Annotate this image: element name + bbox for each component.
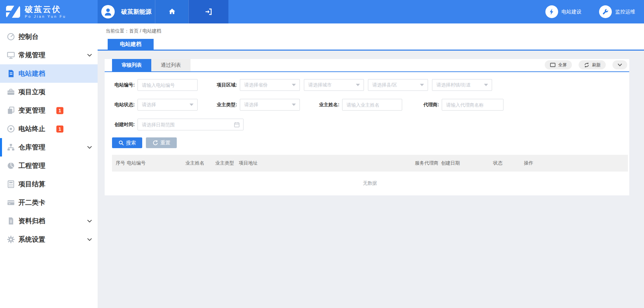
- sidebar-item-label: 仓库管理: [18, 143, 45, 152]
- station-status-select[interactable]: 请选择: [138, 99, 198, 111]
- brand-logo-area: 破茧云伏 Po Jian Yun Fu: [0, 0, 98, 23]
- lightning-icon: [545, 5, 558, 18]
- city-select[interactable]: 请选择城市: [304, 79, 364, 91]
- caret-down-icon: [356, 84, 360, 86]
- province-select[interactable]: 请选择省份: [240, 79, 300, 91]
- calendar-icon: [234, 122, 240, 128]
- sidebar-item-label: 电站建档: [18, 69, 45, 78]
- filter-row-1: 电站编号: 项目区域: 请选择省份 请选择城市 请选择县/区 请选择村镇/街道: [112, 79, 622, 91]
- archive-icon: [6, 217, 15, 226]
- status-placeholder: 请选择: [142, 102, 156, 108]
- topbar-spacer: [228, 0, 545, 23]
- home-button[interactable]: [155, 0, 189, 23]
- document-icon: [6, 69, 15, 78]
- county-select[interactable]: 请选择县/区: [368, 79, 428, 91]
- sidebar-item-label: 变更管理: [18, 106, 45, 115]
- module-station-construction[interactable]: 电站建设: [545, 5, 582, 18]
- sidebar-item-second-class-card[interactable]: 开二类卡: [0, 193, 98, 212]
- col-status: 状态: [493, 155, 524, 172]
- created-time-label: 创建时间:: [112, 122, 135, 128]
- empty-state: 无数据: [112, 172, 628, 195]
- sidebar-item-system-settings[interactable]: 系统设置: [0, 230, 98, 249]
- village-placeholder: 请选择村镇/街道: [436, 82, 471, 88]
- village-select[interactable]: 请选择村镇/街道: [432, 79, 492, 91]
- refresh-label: 刷新: [592, 62, 601, 68]
- fullscreen-button[interactable]: 全屏: [545, 60, 572, 69]
- chevron-down-icon: [87, 220, 92, 223]
- sidebar-item-engineering-management[interactable]: 工程管理: [0, 157, 98, 175]
- agent-input[interactable]: [442, 99, 503, 111]
- sidebar-item-label: 常规管理: [18, 51, 45, 60]
- search-button[interactable]: 搜索: [112, 137, 142, 148]
- col-station-no: 电站编号: [127, 155, 185, 172]
- brand-title: 破茧云伏: [25, 5, 66, 14]
- dashboard-icon: [6, 32, 15, 41]
- search-icon: [118, 140, 124, 145]
- brand-subtitle: Po Jian Yun Fu: [25, 14, 66, 18]
- col-owner-type: 业主类型: [215, 155, 239, 172]
- gear-icon: [6, 235, 15, 244]
- page-tab-station-filing[interactable]: 电站建档: [108, 39, 154, 50]
- sidebar-item-label: 系统设置: [18, 235, 45, 244]
- sidebar: 控制台 常规管理 电站建档 项目立项 变更管理 1 电站终止 1: [0, 23, 98, 308]
- briefcase-icon: [6, 87, 15, 97]
- sidebar-item-change-management[interactable]: 变更管理 1: [0, 101, 98, 120]
- chevron-down-icon: [87, 238, 92, 241]
- county-placeholder: 请选择县/区: [372, 82, 397, 88]
- reset-button[interactable]: 重置: [146, 137, 177, 148]
- owner-type-select[interactable]: 请选择: [240, 99, 300, 111]
- sidebar-item-station-termination[interactable]: 电站终止 1: [0, 120, 98, 138]
- station-no-input[interactable]: [138, 79, 198, 91]
- sidebar-item-station-filing[interactable]: 电站建档: [0, 64, 98, 83]
- col-service-agent: 服务代理商: [415, 155, 441, 172]
- sidebar-hover-indicator: [0, 138, 2, 157]
- caret-down-icon: [292, 104, 296, 106]
- module-label: 监控运维: [615, 9, 635, 15]
- tab-passed-list[interactable]: 通过列表: [151, 59, 191, 71]
- agent-label: 代理商:: [421, 102, 439, 108]
- sitemap-icon: [6, 143, 15, 152]
- sidebar-item-label: 资料归档: [18, 217, 45, 226]
- module-monitoring-ops[interactable]: 监控运维: [599, 5, 635, 18]
- panel-tabs: 审核列表 通过列表 全屏 刷新: [105, 59, 629, 72]
- brand-logo-icon: [6, 5, 21, 18]
- refresh-icon: [584, 62, 590, 68]
- results-table: 序号 电站编号 业主姓名 业主类型 项目地址 服务代理商 创建日期 状态 操作 …: [112, 155, 628, 195]
- refresh-button[interactable]: 刷新: [579, 60, 606, 69]
- wrench-icon: [599, 5, 612, 18]
- sidebar-item-label: 项目立项: [18, 87, 45, 97]
- pie-chart-icon: [6, 161, 15, 170]
- sidebar-item-project-settlement[interactable]: 项目结算: [0, 175, 98, 193]
- sidebar-item-warehouse-management[interactable]: 仓库管理: [0, 138, 98, 157]
- fullscreen-label: 全屏: [558, 62, 567, 68]
- avatar-icon: [101, 5, 115, 18]
- filter-row-2: 电站状态: 请选择 业主类型: 请选择 业主姓名: 代理商:: [112, 99, 622, 111]
- sidebar-item-general-management[interactable]: 常规管理: [0, 46, 98, 64]
- sidebar-item-project-initiation[interactable]: 项目立项: [0, 83, 98, 101]
- sidebar-item-data-archive[interactable]: 资料归档: [0, 212, 98, 230]
- caret-down-icon: [292, 84, 296, 86]
- collapse-button[interactable]: [612, 60, 627, 69]
- col-project-address: 项目地址: [239, 155, 415, 172]
- monitor-icon: [6, 51, 15, 60]
- user-menu[interactable]: 破茧新能源: [98, 0, 155, 23]
- owner-type-label: 业主类型:: [214, 102, 237, 108]
- col-owner-name: 业主姓名: [185, 155, 215, 172]
- target-icon: [6, 124, 15, 133]
- sidebar-item-label: 电站终止: [18, 124, 45, 133]
- sign-in-button[interactable]: [189, 0, 228, 23]
- station-no-label: 电站编号:: [112, 82, 135, 88]
- date-range-input[interactable]: [138, 119, 244, 130]
- owner-name-label: 业主姓名:: [317, 102, 339, 108]
- station-status-label: 电站状态:: [112, 102, 135, 108]
- owner-name-input[interactable]: [342, 99, 402, 111]
- filter-row-3: 创建时间:: [112, 119, 622, 130]
- home-icon: [168, 7, 176, 16]
- table-header-row: 序号 电站编号 业主姓名 业主类型 项目地址 服务代理商 创建日期 状态 操作: [112, 155, 628, 172]
- calculator-icon: [6, 180, 15, 189]
- sidebar-item-dashboard[interactable]: 控制台: [0, 27, 98, 46]
- tab-review-list[interactable]: 审核列表: [112, 59, 151, 71]
- main-area: 当前位置：首页 / 电站建档 电站建档 审核列表 通过列表 全屏 刷新: [98, 23, 644, 308]
- col-created-date: 创建日期: [441, 155, 493, 172]
- city-placeholder: 请选择城市: [308, 82, 332, 88]
